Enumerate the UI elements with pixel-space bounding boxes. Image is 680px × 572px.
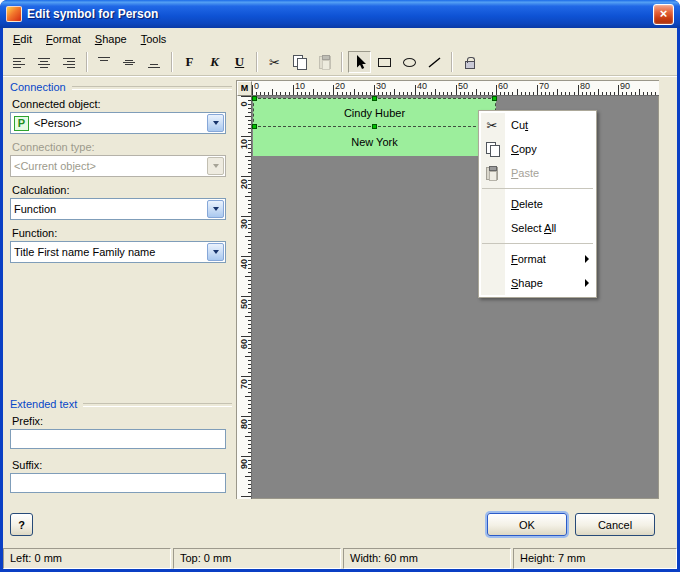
- selection-handle[interactable]: [372, 96, 377, 101]
- selection-handle[interactable]: [372, 124, 377, 129]
- ruler-tick: [537, 85, 538, 95]
- context-menu-item-copy[interactable]: Copy: [479, 137, 596, 161]
- dropdown-arrow-icon[interactable]: [207, 243, 224, 261]
- function-select[interactable]: Title First name Family name: [10, 241, 226, 263]
- align-right-button[interactable]: [58, 51, 81, 73]
- ruler-tick: [293, 85, 294, 95]
- selection-handle[interactable]: [492, 96, 497, 101]
- selection-handle[interactable]: [252, 124, 257, 129]
- ruler-tick: [289, 92, 290, 95]
- menu-tools[interactable]: Tools: [134, 30, 174, 48]
- ruler-tick: [488, 92, 489, 95]
- ruler-tick: [248, 280, 251, 281]
- context-menu-item-cut[interactable]: ✂ Cut: [479, 113, 596, 137]
- symbol-block[interactable]: Cindy Huber New York: [253, 98, 496, 156]
- ruler-tick: [248, 432, 251, 433]
- calculation-select[interactable]: Function: [10, 198, 226, 220]
- context-menu-item-shape[interactable]: Shape: [479, 271, 596, 295]
- ruler-tick: [594, 92, 595, 95]
- ruler-tick: [248, 232, 251, 233]
- ellipse-tool-button[interactable]: [398, 51, 421, 73]
- ruler-tick: [329, 92, 330, 95]
- function-label: Function:: [12, 227, 57, 239]
- italic-button[interactable]: K: [203, 51, 226, 73]
- symbol-text-field[interactable]: New York: [253, 127, 496, 156]
- ruler-tick: [248, 124, 251, 125]
- ruler-tick: [248, 204, 251, 205]
- ruler-tick: [476, 89, 477, 95]
- cut-button[interactable]: ✂: [263, 51, 286, 73]
- ok-button[interactable]: OK: [487, 513, 567, 536]
- ruler-tick: [484, 92, 485, 95]
- ruler-number: 20: [239, 177, 249, 192]
- italic-icon: K: [210, 54, 219, 70]
- ruler-number: 0: [254, 81, 259, 91]
- ruler-tick: [631, 92, 632, 95]
- ruler-tick: [626, 92, 627, 95]
- context-menu-item-select-all[interactable]: Select All: [479, 216, 596, 240]
- ruler-number: 50: [458, 81, 468, 91]
- ruler-tick: [346, 92, 347, 95]
- ruler-tick: [248, 284, 251, 285]
- pointer-icon: [352, 54, 368, 70]
- align-left-icon: [12, 56, 27, 69]
- symbol-text-line1: Cindy Huber: [344, 107, 405, 119]
- line-tool-button[interactable]: [423, 51, 446, 73]
- rectangle-tool-button[interactable]: [373, 51, 396, 73]
- dropdown-arrow-icon[interactable]: [207, 114, 224, 132]
- ruler-tick: [439, 92, 440, 95]
- ruler-tick: [248, 324, 251, 325]
- title-bar[interactable]: Edit symbol for Person ×: [0, 0, 680, 28]
- ruler-number: 40: [417, 81, 427, 91]
- bold-icon: F: [186, 54, 194, 70]
- ruler-tick: [614, 92, 615, 95]
- cancel-button[interactable]: Cancel: [575, 513, 655, 536]
- ruler-tick: [545, 92, 546, 95]
- calculation-value: Function: [14, 203, 56, 215]
- valign-top-button[interactable]: [93, 51, 116, 73]
- valign-middle-button[interactable]: [118, 51, 141, 73]
- connected-object-select[interactable]: P <Person>: [10, 112, 226, 134]
- menu-format[interactable]: Format: [39, 30, 88, 48]
- suffix-input[interactable]: [10, 473, 226, 493]
- ruler-tick: [248, 244, 251, 245]
- align-right-icon: [62, 56, 77, 69]
- ruler-tick: [431, 92, 432, 95]
- valign-bottom-button[interactable]: [143, 51, 166, 73]
- ruler-tick: [419, 92, 420, 95]
- prefix-input[interactable]: [10, 429, 226, 449]
- align-left-button[interactable]: [8, 51, 31, 73]
- ruler-tick: [245, 196, 251, 197]
- dropdown-arrow-icon[interactable]: [207, 200, 224, 218]
- ruler-unit-button[interactable]: M: [237, 81, 252, 96]
- help-button[interactable]: ?: [10, 513, 33, 536]
- symbol-text-field-selected[interactable]: Cindy Huber: [253, 98, 496, 127]
- selection-handle[interactable]: [252, 96, 257, 101]
- menu-shape[interactable]: Shape: [88, 30, 134, 48]
- pointer-tool-button[interactable]: [348, 51, 371, 73]
- cut-icon: ✂: [269, 56, 280, 69]
- menu-edit[interactable]: Edit: [6, 30, 39, 48]
- drawing-area[interactable]: Cindy Huber New York: [252, 96, 658, 498]
- context-menu-item-format[interactable]: Format: [479, 247, 596, 271]
- bold-button[interactable]: F: [178, 51, 201, 73]
- ruler-tick: [248, 484, 251, 485]
- lock-button[interactable]: [458, 51, 481, 73]
- close-button[interactable]: ×: [653, 4, 674, 25]
- ruler-tick: [285, 92, 286, 95]
- ruler-tick: [496, 85, 497, 95]
- ellipse-icon: [403, 58, 416, 67]
- copy-icon: [479, 137, 505, 161]
- connection-section-title: Connection: [10, 81, 66, 93]
- underline-button[interactable]: U: [228, 51, 251, 73]
- v-ruler: 0102030405060708090: [237, 96, 252, 499]
- ruler-tick: [598, 89, 599, 95]
- ruler-tick: [586, 92, 587, 95]
- ruler-number: 10: [295, 81, 305, 91]
- align-center-button[interactable]: [33, 51, 56, 73]
- ruler-tick: [248, 320, 251, 321]
- context-menu-item-delete[interactable]: Delete: [479, 192, 596, 216]
- connection-type-select: <Current object>: [10, 155, 226, 177]
- copy-button[interactable]: [288, 51, 311, 73]
- ruler-tick: [574, 92, 575, 95]
